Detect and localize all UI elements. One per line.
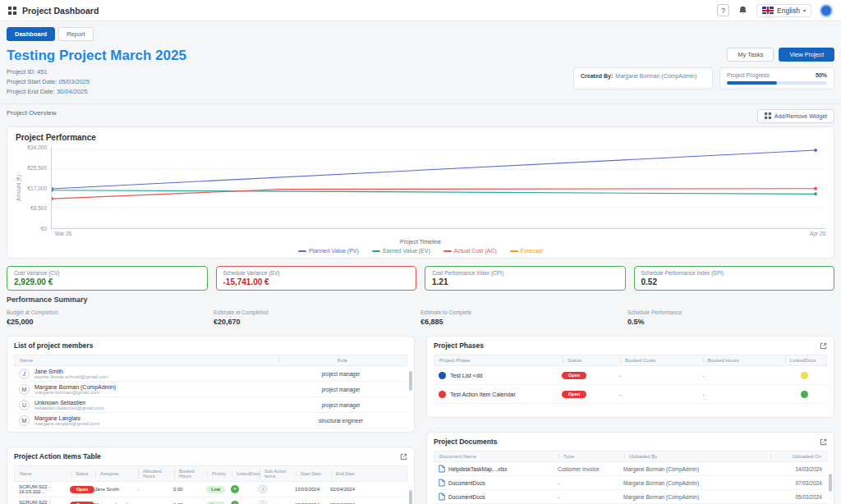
file-icon — [439, 493, 445, 501]
phase-row[interactable]: Test List <dd Open - - — [434, 366, 827, 385]
project-start-date-line: Project Start Date: 05/03/2025 — [7, 77, 186, 87]
progress-card: Project Progress 50% — [719, 67, 834, 89]
priority-badge: Low — [206, 502, 225, 504]
file-icon — [439, 465, 445, 473]
notifications-icon[interactable] — [738, 5, 748, 16]
scrollbar[interactable] — [409, 490, 412, 504]
legend-planned-value[interactable]: Planned Value (PV) — [298, 248, 359, 254]
my-tasks-button[interactable]: My Tasks — [727, 48, 774, 62]
member-avatar: M — [19, 384, 30, 395]
member-avatar: J — [19, 369, 30, 379]
topbar: Project Dashboard ? English ▾ — [0, 0, 841, 21]
metric-spi: Schedule Performance Index (SPI) 0.52 — [634, 266, 835, 291]
chevron-down-icon: ▾ — [803, 7, 806, 13]
x-axis-ticks: Mar 26 Apr 26 — [55, 231, 825, 236]
member-row[interactable]: U Unknown Sebastiensebastien.delacroix@g… — [14, 397, 407, 413]
sub-action-items-badge: 0 — [259, 501, 267, 504]
y-axis-label: Amount (€) — [16, 147, 21, 229]
chart-plot-area[interactable] — [51, 147, 825, 229]
file-icon — [439, 479, 445, 487]
tab-dashboard[interactable]: Dashboard — [7, 27, 55, 41]
summary-budget-at-completion: Budget at Completion €25,000 — [7, 309, 214, 326]
section-label-overview: Project Overview — [7, 109, 56, 117]
progress-bar — [727, 81, 827, 85]
project-header: Testing Project March 2025 Project ID: 4… — [7, 48, 834, 97]
metric-cost-variance: Cost Variance (CV) 2,929.00 € — [7, 266, 208, 291]
x-axis-label: Project Timeline — [16, 239, 825, 245]
language-selector[interactable]: English ▾ — [756, 4, 811, 17]
help-icon[interactable]: ? — [717, 4, 729, 16]
tab-report[interactable]: Report — [58, 27, 94, 41]
legend-actual-cost[interactable]: Actual Cost (AC) — [443, 248, 497, 254]
expand-icon[interactable] — [400, 453, 407, 460]
phases-card: Project Phases Project PhaseStatus Booke… — [426, 336, 834, 418]
summary-title: Performance Summary — [7, 296, 834, 304]
legend-marker-icon — [298, 250, 306, 252]
linked-docs-icon[interactable]: + — [231, 501, 239, 504]
document-row[interactable]: DocumentDocs - Margane Borman (CompAdmin… — [434, 476, 827, 490]
status-badge: Open — [70, 502, 94, 504]
legend-forecast[interactable]: Forecast — [510, 248, 543, 254]
scrollbar[interactable] — [409, 371, 412, 391]
language-label: English — [777, 7, 800, 15]
flag-icon — [762, 7, 774, 14]
legend-marker-icon — [372, 250, 380, 252]
members-card-title: List of project members — [14, 341, 93, 350]
document-row[interactable]: DocumentDocs - Margane Borman (CompAdmin… — [434, 490, 827, 504]
project-id-line: Project ID: 451 — [7, 67, 186, 77]
members-card: List of project members NameRole J Jane … — [7, 336, 415, 433]
sub-action-items-badge: 0 — [259, 485, 267, 493]
action-items-card-title: Project Action Items Table — [14, 452, 101, 460]
add-remove-widget-button[interactable]: Add/Remove Widget — [757, 109, 834, 123]
app-title: Project Dashboard — [22, 6, 99, 16]
performance-chart-card: Project Performance Amount (€) €34,000 €… — [7, 126, 834, 259]
main-content: Dashboard Report Testing Project March 2… — [0, 21, 841, 504]
action-items-table-header: NameStatus AssigneeAllocated Hours Booke… — [14, 465, 407, 482]
scrollbar[interactable] — [829, 474, 832, 492]
action-item-row[interactable]: SCRUM-S22 - 16.03.202... Open Jane Smith… — [14, 482, 407, 497]
summary-estimate-at-completion: Estimate at Completion €20,670 — [214, 309, 420, 326]
action-items-card: Project Action Items Table NameStatus As… — [7, 447, 415, 504]
metric-cpi: Cost Performance Index (CPI) 1.21 — [425, 266, 626, 291]
phases-card-title: Project Phases — [434, 341, 484, 350]
document-row[interactable]: HelpdeskTaskMap....xlsx Customer Invoice… — [434, 462, 827, 476]
view-tabs: Dashboard Report — [7, 27, 834, 41]
linked-docs-icon[interactable]: + — [231, 485, 239, 493]
action-item-row[interactable]: SCRUM-S22 - 16.03.202... Open Margane La… — [14, 497, 407, 504]
expand-icon[interactable] — [820, 342, 827, 350]
chart-title: Project Performance — [16, 133, 825, 142]
member-row[interactable]: M Margane Borman (CompAdmin)margane.borm… — [14, 382, 407, 397]
member-row[interactable]: J Jane Smithsophie.fleette.schmitt@gmail… — [14, 366, 407, 382]
divider — [0, 103, 841, 104]
phase-color-dot — [439, 372, 446, 379]
member-avatar: M — [19, 415, 30, 426]
summary-schedule-performance: Schedule Performance 0.5% — [627, 309, 834, 326]
phase-color-dot — [439, 391, 446, 398]
linked-docs-indicator[interactable] — [801, 372, 808, 379]
metrics-row: Cost Variance (CV) 2,929.00 € Schedule V… — [7, 266, 834, 291]
view-project-button[interactable]: View Project — [779, 48, 834, 62]
expand-icon[interactable] — [820, 438, 827, 446]
member-avatar: U — [19, 400, 30, 410]
chart-legend: Planned Value (PV) Earned Value (EV) Act… — [16, 248, 825, 254]
avatar[interactable] — [820, 4, 833, 17]
status-badge: Open — [562, 391, 586, 398]
status-badge: Open — [562, 372, 586, 379]
progress-label: Project Progress — [727, 72, 770, 78]
documents-card: Project Documents Document NameType Uplo… — [426, 432, 834, 504]
priority-badge: Low — [206, 486, 225, 493]
phase-row[interactable]: Test Action Item Calendar Open - - — [434, 385, 827, 404]
legend-earned-value[interactable]: Earned Value (EV) — [372, 248, 430, 254]
members-table-header: NameRole — [14, 355, 407, 366]
page-title: Testing Project March 2025 — [7, 48, 186, 64]
apps-menu-icon[interactable] — [8, 7, 16, 15]
linked-docs-indicator[interactable] — [801, 391, 808, 398]
progress-percent: 50% — [816, 72, 827, 78]
member-row[interactable]: M Margane Langlaismargane.langlais@gmail… — [14, 413, 407, 428]
progress-fill — [727, 81, 777, 85]
created-by-card: Created By:Margane Borman (CompAdmin) — [573, 67, 713, 89]
documents-card-title: Project Documents — [434, 438, 497, 446]
legend-marker-icon — [510, 250, 518, 252]
project-end-date-line: Project End Date: 30/04/2025 — [7, 87, 186, 97]
y-axis-ticks: €34,000 €25,500 €17,000 €8,500 €0 — [21, 144, 51, 231]
